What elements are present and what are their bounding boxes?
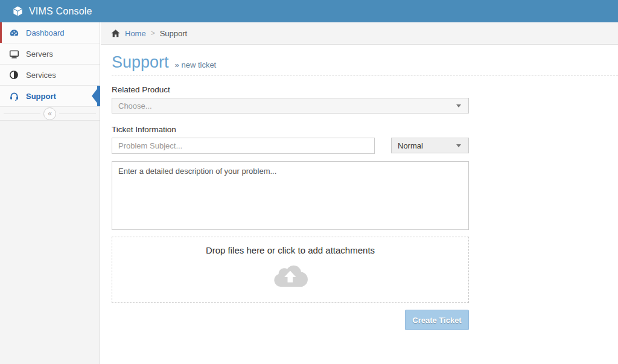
page-header: Support » new ticket: [112, 53, 618, 72]
breadcrumb-home-link[interactable]: Home: [125, 29, 146, 38]
problem-subject-input[interactable]: [112, 138, 375, 154]
problem-description-textarea[interactable]: [112, 161, 469, 230]
create-ticket-button[interactable]: Create Ticket: [405, 310, 469, 330]
priority-selected-value: Normal: [398, 141, 423, 150]
sidebar-collapse-row: «: [0, 107, 100, 121]
active-item-arrow-icon: [92, 88, 98, 104]
sidebar-item-label: Dashboard: [26, 28, 65, 37]
sidebar-item-services[interactable]: Services: [0, 65, 100, 86]
breadcrumb-separator: >: [151, 29, 155, 37]
ticket-information-label: Ticket Information: [112, 125, 618, 135]
divider: [59, 113, 96, 114]
monitor-icon: [8, 49, 20, 59]
breadcrumb: Home > Support: [101, 22, 618, 45]
chevron-down-icon: [456, 104, 461, 107]
cloud-upload-icon: [112, 260, 468, 293]
page-title: Support: [112, 53, 169, 72]
divider: [4, 113, 40, 114]
related-product-placeholder: Choose...: [118, 101, 152, 110]
submit-row: Create Ticket: [112, 310, 469, 330]
app-title: VIMS Console: [29, 6, 92, 17]
breadcrumb-current: Support: [160, 29, 188, 38]
page-subtitle: » new ticket: [175, 60, 217, 69]
content: Support » new ticket Related Product Cho…: [101, 53, 618, 330]
related-product-select[interactable]: Choose...: [112, 98, 469, 113]
sidebar-item-support[interactable]: Support: [0, 86, 100, 107]
related-product-label: Related Product: [112, 85, 618, 95]
cube-logo-icon: [12, 5, 24, 17]
title-divider: [112, 75, 618, 76]
sidebar-item-label: Servers: [26, 49, 53, 59]
sidebar: Dashboard Servers Services: [0, 22, 100, 364]
dropzone-label: Drop files here or click to add attachme…: [112, 245, 468, 255]
app-header: VIMS Console: [0, 0, 618, 22]
contrast-icon: [8, 70, 20, 80]
sidebar-item-servers[interactable]: Servers: [0, 43, 100, 65]
home-icon: [111, 29, 120, 37]
app-brand: VIMS Console: [12, 5, 92, 17]
attachments-dropzone[interactable]: Drop files here or click to add attachme…: [112, 237, 469, 303]
sidebar-item-label: Support: [26, 92, 56, 101]
sidebar-collapse-button[interactable]: «: [43, 107, 56, 120]
subject-row: Normal: [112, 138, 469, 154]
chevron-down-icon: [456, 144, 461, 147]
headset-icon: [8, 91, 20, 101]
sidebar-item-label: Services: [26, 71, 56, 80]
priority-select[interactable]: Normal: [391, 138, 469, 153]
dashboard-gauge-icon: [8, 28, 20, 38]
main-area: Home > Support Support » new ticket Rela…: [101, 22, 618, 364]
sidebar-item-dashboard[interactable]: Dashboard: [0, 22, 100, 43]
